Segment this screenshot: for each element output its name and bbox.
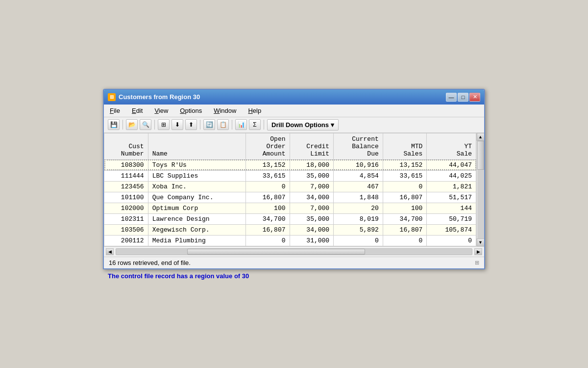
cell-current_balance_due: 467 [334, 181, 383, 192]
cell-mtd_sales: 33,615 [383, 170, 427, 181]
open-button[interactable]: 📂 [126, 119, 138, 130]
h-scroll-track[interactable] [116, 248, 472, 255]
cell-credit_limit: 35,000 [290, 170, 334, 181]
scroll-up-button[interactable]: ▲ [477, 133, 485, 141]
table-row[interactable]: 111444LBC Supplies33,61535,0004,85433,61… [104, 170, 476, 181]
scroll-right-button[interactable]: ▶ [474, 248, 482, 255]
cell-cust_number: 123456 [104, 181, 148, 192]
toolbar: 💾 📂 🔍 ⊞ ⬇ ⬆ 🔄 📋 📊 Σ Drill Down Options ▾ [104, 117, 484, 133]
sort-asc-button[interactable]: ⬇ [172, 119, 183, 130]
minimize-button[interactable]: — [446, 93, 457, 102]
cell-current_balance_due: 8,019 [334, 213, 383, 224]
close-button[interactable]: ✕ [469, 93, 480, 102]
horizontal-scrollbar-area: ◀ ▶ [104, 246, 484, 257]
table-row[interactable]: 101100Que Company Inc.16,80734,0001,8481… [104, 192, 476, 203]
cell-credit_limit: 34,000 [290, 192, 334, 203]
cell-credit_limit: 34,000 [290, 224, 334, 235]
col-header-name: Name [148, 133, 245, 159]
cell-current_balance_due: 20 [334, 203, 383, 213]
drill-down-button[interactable]: Drill Down Options ▾ [267, 119, 339, 131]
col-header-credit-limit: CreditLimit [290, 133, 334, 159]
cell-name: Lawrence Design [148, 213, 245, 224]
cell-cust_number: 111444 [104, 170, 148, 181]
cell-credit_limit: 18,000 [290, 159, 334, 170]
col-header-mtd-sales: MTDSales [383, 133, 427, 159]
cell-credit_limit: 35,000 [290, 213, 334, 224]
title-bar-controls: — □ ✕ [446, 93, 480, 102]
sort-desc-button[interactable]: ⬆ [185, 119, 197, 130]
find-button[interactable]: 🔍 [140, 119, 151, 130]
cell-open_order_amount: 33,615 [245, 170, 290, 181]
cell-cust_number: 103506 [104, 224, 148, 235]
grid-button[interactable]: ⊞ [158, 119, 170, 130]
table-row[interactable]: 102000Optimum Corp1007,00020100144 [104, 203, 476, 213]
menu-help[interactable]: Help [246, 106, 263, 115]
cell-open_order_amount: 0 [245, 181, 290, 192]
title-bar-left: ⊞ Customers from Region 30 [108, 93, 200, 101]
cell-mtd_sales: 0 [383, 235, 427, 246]
menu-view[interactable]: View [152, 106, 170, 115]
table-row[interactable]: 200112Media Plumbing031,000000 [104, 235, 476, 246]
cell-cust_number: 101100 [104, 192, 148, 203]
cell-open_order_amount: 34,700 [245, 213, 290, 224]
scroll-left-button[interactable]: ◀ [106, 248, 114, 255]
sigma-button[interactable]: Σ [249, 119, 261, 130]
chart-button[interactable]: 📊 [235, 119, 247, 130]
table-scroll: CustNumber Name OpenOrderAmount CreditLi… [104, 133, 476, 246]
toolbar-separator-4 [232, 120, 232, 130]
h-scroll-thumb[interactable] [187, 249, 365, 255]
cell-name: Optimum Corp [148, 203, 245, 213]
cell-yt_sale: 44,047 [427, 159, 476, 170]
menu-options[interactable]: Options [178, 106, 204, 115]
save-button[interactable]: 💾 [108, 119, 120, 130]
cell-mtd_sales: 34,700 [383, 213, 427, 224]
cell-open_order_amount: 13,152 [245, 159, 290, 170]
cell-yt_sale: 144 [427, 203, 476, 213]
cell-cust_number: 108300 [104, 159, 148, 170]
status-icon: ⊞ [475, 260, 479, 266]
table-row[interactable]: 108300Toys R'Us13,15218,00010,91613,1524… [104, 159, 476, 170]
data-table: CustNumber Name OpenOrderAmount CreditLi… [104, 133, 476, 246]
col-header-yt-sale: YTSale [427, 133, 476, 159]
export-button[interactable]: 📋 [217, 119, 229, 130]
app-icon: ⊞ [108, 93, 116, 101]
table-row[interactable]: 102311Lawrence Design34,70035,0008,01934… [104, 213, 476, 224]
cell-yt_sale: 0 [427, 235, 476, 246]
vertical-scrollbar[interactable]: ▲ ▼ [476, 133, 484, 246]
menu-edit[interactable]: Edit [130, 106, 145, 115]
cell-current_balance_due: 0 [334, 235, 383, 246]
cell-open_order_amount: 100 [245, 203, 290, 213]
restore-button[interactable]: □ [458, 93, 468, 102]
refresh-button[interactable]: 🔄 [203, 119, 215, 130]
title-bar: ⊞ Customers from Region 30 — □ ✕ [104, 90, 484, 105]
cell-yt_sale: 51,517 [427, 192, 476, 203]
cell-current_balance_due: 10,916 [334, 159, 383, 170]
status-bar: 16 rows retrieved, end of file. ⊞ [104, 257, 484, 268]
bottom-info-text: The control file record has a region val… [103, 272, 249, 280]
cell-credit_limit: 7,000 [290, 203, 334, 213]
scroll-track[interactable] [477, 141, 484, 238]
drill-down-label: Drill Down Options [271, 121, 329, 129]
content-area: CustNumber Name OpenOrderAmount CreditLi… [104, 133, 484, 257]
cell-cust_number: 102311 [104, 213, 148, 224]
cell-mtd_sales: 100 [383, 203, 427, 213]
cell-open_order_amount: 16,807 [245, 224, 290, 235]
main-window: ⊞ Customers from Region 30 — □ ✕ File Ed… [103, 89, 485, 269]
table-body: 108300Toys R'Us13,15218,00010,91613,1524… [104, 159, 476, 246]
cell-mtd_sales: 16,807 [383, 192, 427, 203]
menu-file[interactable]: File [108, 106, 122, 115]
toolbar-separator-3 [200, 120, 200, 130]
table-row[interactable]: 123456Xoba Inc.07,00046701,821 [104, 181, 476, 192]
cell-name: Que Company Inc. [148, 192, 245, 203]
cell-name: Toys R'Us [148, 159, 245, 170]
cell-open_order_amount: 0 [245, 235, 290, 246]
cell-yt_sale: 44,025 [427, 170, 476, 181]
cell-current_balance_due: 5,892 [334, 224, 383, 235]
menu-bar: File Edit View Options Window Help [104, 105, 484, 117]
scroll-down-button[interactable]: ▼ [477, 238, 485, 246]
menu-window[interactable]: Window [212, 106, 238, 115]
table-row[interactable]: 103506Xegewisch Corp.16,80734,0005,89216… [104, 224, 476, 235]
cell-mtd_sales: 0 [383, 181, 427, 192]
scroll-thumb[interactable] [477, 141, 484, 170]
cell-mtd_sales: 13,152 [383, 159, 427, 170]
